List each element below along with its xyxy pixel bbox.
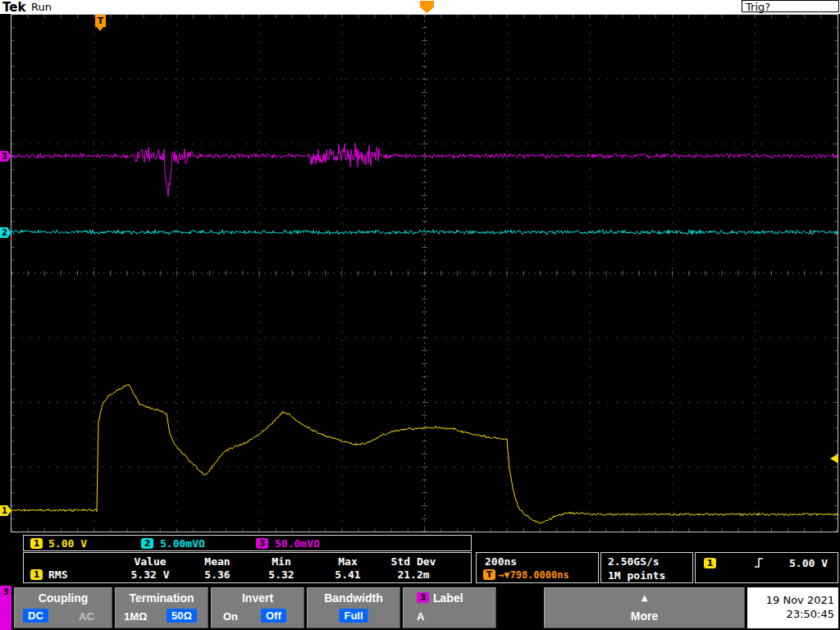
ch1-scale: 5.00 V xyxy=(48,537,87,550)
bandwidth-full-option[interactable]: Full xyxy=(339,609,368,623)
acquisition-readout: 2.50GS/s 1M points xyxy=(600,552,693,583)
termination-1m-option[interactable]: 1MΩ xyxy=(124,610,147,623)
rising-edge-slope-icon xyxy=(753,556,765,569)
termination-button[interactable]: Termination 1MΩ 50Ω xyxy=(115,587,208,628)
label-label: Label xyxy=(433,591,463,605)
trigger-level-value: 5.00 V xyxy=(789,557,828,569)
ch2-badge: 2 xyxy=(141,538,153,549)
meas-max: 5.41 xyxy=(335,568,360,581)
ch1-position-marker: 1 xyxy=(0,505,11,516)
channel-scale-readout: 1 5.00 V 2 5.00mVΩ 3 50.0mVΩ xyxy=(23,535,472,551)
tek-logo: Tek xyxy=(2,0,25,15)
timebase-readout: 200ns T →▼798.0000ns xyxy=(476,552,599,583)
meas-stddev: 21.2m xyxy=(397,568,429,581)
invert-button[interactable]: Invert On Off xyxy=(211,587,304,628)
waveform-display xyxy=(11,15,838,532)
meas-header-stddev: Std Dev xyxy=(391,555,436,568)
graticule xyxy=(11,14,838,532)
bandwidth-button[interactable]: Bandwidth Full xyxy=(307,587,400,628)
record-length: 1M points xyxy=(608,569,665,582)
label-value-option[interactable]: A xyxy=(417,610,424,623)
meas-value: 5.32 V xyxy=(131,568,170,581)
ch1-badge: 1 xyxy=(30,538,43,549)
date-text: 19 Nov 2021 xyxy=(747,593,834,607)
label-button[interactable]: 3 Label A xyxy=(403,587,496,628)
bandwidth-label: Bandwidth xyxy=(308,591,399,605)
meas-name: RMS xyxy=(48,568,67,581)
acquisition-status: Run xyxy=(31,1,52,13)
meas-header-value: Value xyxy=(134,555,166,568)
termination-50ohm-option[interactable]: 50Ω xyxy=(167,609,197,623)
meas-header-mean: Mean xyxy=(204,555,230,568)
invert-on-option[interactable]: On xyxy=(223,610,238,623)
meas-header-max: Max xyxy=(338,555,357,568)
measurement-table: Value Mean Min Max Std Dev 1 RMS 5.32 V … xyxy=(23,552,472,583)
meas-header-min: Min xyxy=(272,555,290,568)
label-ch-badge: 3 xyxy=(417,592,429,603)
trigger-record-flag-icon: T xyxy=(95,15,106,27)
termination-label: Termination xyxy=(116,591,208,605)
sample-rate: 2.50GS/s xyxy=(608,555,660,568)
menu-channel-tab: 3 xyxy=(0,586,11,630)
coupling-ac-option[interactable]: AC xyxy=(79,610,94,623)
ch3-position-marker: 3 xyxy=(0,151,11,162)
meas-mean: 5.36 xyxy=(204,568,230,581)
coupling-dc-option[interactable]: DC xyxy=(23,609,48,623)
trigger-position-readout: →▼798.0000ns xyxy=(498,569,569,581)
more-button[interactable]: ▲ More xyxy=(544,587,745,628)
more-label: More xyxy=(545,609,744,623)
trigger-status-badge: Trig? xyxy=(742,0,839,12)
meas-min: 5.32 xyxy=(268,568,294,581)
trigger-source-badge: 1 xyxy=(704,558,716,568)
time-text: 23:50:45 xyxy=(747,607,834,621)
coupling-label: Coupling xyxy=(15,591,112,605)
trigger-readout: 1 5.00 V xyxy=(695,552,838,583)
coupling-button[interactable]: Coupling DC AC xyxy=(14,587,112,628)
invert-label: Invert xyxy=(212,591,304,605)
top-status-bar: Tek Run Trig? xyxy=(0,0,840,14)
oscilloscope-screen: Tek Run Trig? T 3 2 1 1 5.00 V 2 5.00mVΩ… xyxy=(0,0,840,630)
ch2-scale: 5.00mVΩ xyxy=(160,537,205,550)
timebase-scale: 200ns xyxy=(485,555,517,568)
more-up-arrow-icon: ▲ xyxy=(545,593,744,602)
ch3-scale: 50.0mVΩ xyxy=(275,537,320,550)
meas-ch-badge: 1 xyxy=(30,569,43,580)
datetime-display: 19 Nov 2021 23:50:45 xyxy=(747,587,838,628)
trigger-t-badge: T xyxy=(483,569,495,580)
ch3-badge: 3 xyxy=(256,538,268,549)
ch2-position-marker: 2 xyxy=(0,227,11,238)
trigger-position-icon xyxy=(420,1,434,13)
invert-off-option[interactable]: Off xyxy=(261,609,286,623)
